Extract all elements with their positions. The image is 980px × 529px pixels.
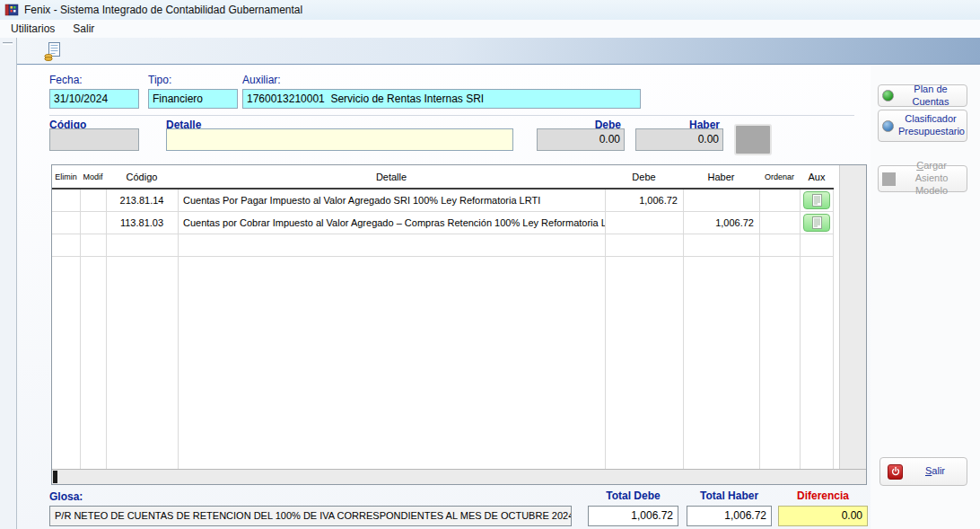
- document-coins-icon: [43, 41, 62, 62]
- add-entry-button: [734, 124, 772, 155]
- col-header-modif[interactable]: Modif: [80, 172, 106, 181]
- col-header-elimin[interactable]: Elimin: [52, 172, 80, 181]
- aux-button[interactable]: [803, 191, 830, 209]
- menu-salir[interactable]: Salir: [64, 21, 103, 37]
- app-icon: [4, 3, 19, 17]
- salir-label: Salir: [907, 465, 963, 478]
- cargar-asiento-modelo-button: Cargar Asiento Modelo: [878, 165, 967, 192]
- cell-detalle: Cuentas Por Pagar Impuesto al Valor Agre…: [178, 195, 605, 206]
- window-title: Fenix - Sistema Integrado de Contabilida…: [24, 4, 302, 16]
- total-haber-value: 1,006.72: [687, 506, 772, 526]
- total-haber-label: Total Haber: [687, 489, 772, 502]
- entries-grid: Elimin Modif Código Detalle Debe Haber O…: [51, 164, 867, 485]
- grid-header: Elimin Modif Código Detalle Debe Haber O…: [52, 165, 834, 190]
- auxiliar-input[interactable]: 1760013210001 Servicio de Rentas Interna…: [242, 89, 641, 109]
- grid-row[interactable]: 213.81.14 Cuentas Por Pagar Impuesto al …: [52, 190, 834, 212]
- col-header-debe[interactable]: Debe: [605, 172, 683, 182]
- cell-detalle: Cuentas por Cobrar Impuesto al Valor Agr…: [178, 217, 605, 228]
- note-icon: [812, 216, 822, 229]
- detalle-entry-input[interactable]: [166, 128, 513, 151]
- h-scrollbar-thumb[interactable]: [53, 471, 57, 483]
- new-entry-button[interactable]: [40, 40, 65, 63]
- cell-codigo: 213.81.14: [106, 195, 178, 206]
- separator-line: [49, 115, 854, 116]
- blue-sphere-icon: [882, 120, 894, 132]
- glosa-label: Glosa:: [49, 490, 83, 503]
- horizontal-scrollbar[interactable]: [52, 469, 866, 484]
- total-debe-value: 1,006.72: [588, 506, 678, 526]
- col-header-codigo[interactable]: Código: [106, 172, 178, 182]
- col-header-detalle[interactable]: Detalle: [178, 172, 605, 182]
- diferencia-label: Diferencia: [778, 489, 868, 502]
- grid-row-empty[interactable]: [52, 234, 834, 257]
- app-window: Fenix - Sistema Integrado de Contabilida…: [0, 0, 980, 529]
- salir-button[interactable]: Salir: [879, 457, 967, 486]
- menu-bar: Utilitarios Salir: [0, 20, 980, 38]
- left-dock-strip: [0, 38, 17, 529]
- menu-utilitarios[interactable]: Utilitarios: [2, 21, 64, 37]
- plan-de-cuentas-button[interactable]: Plan de Cuentas: [878, 84, 967, 107]
- auxiliar-label: Auxiliar:: [242, 74, 281, 86]
- cell-codigo: 113.81.03: [106, 217, 178, 228]
- tipo-input[interactable]: Financiero: [148, 89, 238, 109]
- green-sphere-icon: [882, 90, 894, 101]
- note-icon: [812, 194, 822, 207]
- glosa-input[interactable]: P/R NETEO DE CUENTAS DE RETENCION DEL 10…: [49, 506, 572, 526]
- grid-body: Elimin Modif Código Detalle Debe Haber O…: [52, 165, 834, 469]
- fecha-input[interactable]: 31/10/2024: [49, 89, 139, 109]
- cell-haber: 1,006.72: [683, 217, 759, 228]
- power-icon: [888, 464, 903, 480]
- content-panel: Fecha: Tipo: Auxiliar: 31/10/2024 Financ…: [17, 65, 871, 529]
- col-header-aux[interactable]: Aux: [800, 172, 834, 182]
- gray-square-icon: [882, 172, 896, 186]
- title-bar: Fenix - Sistema Integrado de Contabilida…: [0, 0, 980, 20]
- aux-button[interactable]: [803, 214, 830, 232]
- cargar-asiento-label: Cargar Asiento Modelo: [900, 160, 963, 197]
- haber-entry-input: 0.00: [635, 128, 723, 151]
- grid-row[interactable]: 113.81.03 Cuentas por Cobrar Impuesto al…: [52, 212, 834, 234]
- vertical-scrollbar[interactable]: [839, 165, 866, 469]
- cell-debe: 1,006.72: [605, 195, 683, 206]
- col-header-ordenar[interactable]: Ordenar: [759, 172, 800, 181]
- dock-grip[interactable]: [3, 42, 13, 45]
- col-header-haber[interactable]: Haber: [683, 172, 759, 182]
- clasificador-label: Clasificador Presupuestario: [898, 113, 963, 138]
- debe-entry-input: 0.00: [537, 128, 625, 151]
- toolbar: [17, 38, 980, 65]
- fecha-label: Fecha:: [49, 74, 83, 86]
- tipo-label: Tipo:: [148, 74, 171, 86]
- plan-de-cuentas-label: Plan de Cuentas: [898, 84, 963, 109]
- codigo-entry-input: [49, 128, 139, 151]
- clasificador-presupuestario-button[interactable]: Clasificador Presupuestario: [878, 110, 967, 142]
- total-debe-label: Total Debe: [588, 489, 678, 502]
- diferencia-value: 0.00: [778, 506, 868, 526]
